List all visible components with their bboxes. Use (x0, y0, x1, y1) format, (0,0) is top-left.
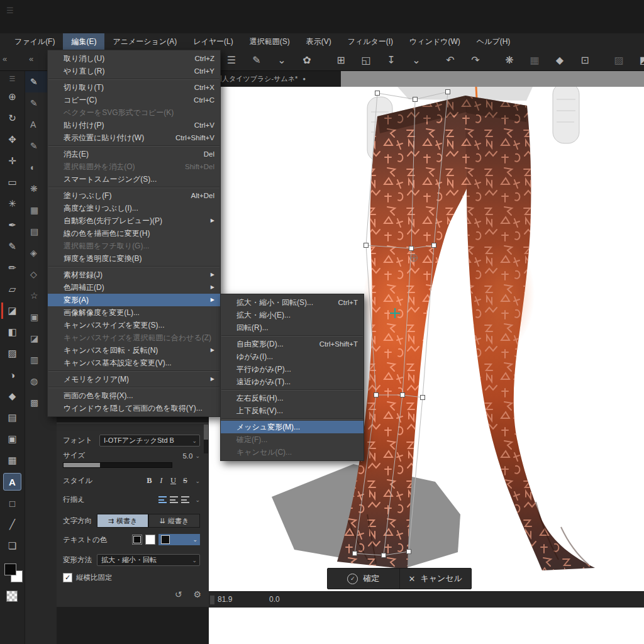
app-menu-icon[interactable]: ☰ (6, 6, 14, 15)
menu-item[interactable]: 塗りつぶし(F)Alt+Del (48, 189, 220, 202)
transform-angle-value[interactable]: 0.0 (269, 595, 280, 604)
blend-tool[interactable]: ◑ (0, 364, 25, 386)
fill-tool[interactable]: ◆ (0, 386, 25, 407)
selection-off-icon[interactable]: ▨ (606, 54, 631, 66)
redo-icon[interactable]: ↷ (463, 54, 488, 66)
open-file-icon[interactable]: ◱ (353, 54, 379, 66)
airbrush-tool[interactable]: ◪ (0, 300, 25, 321)
menubar-item[interactable]: ウィンドウ(W) (401, 33, 469, 50)
vertical-text-button[interactable]: ⇊ 縦書き (148, 514, 200, 528)
main-menu-icon[interactable]: ☰ (219, 54, 244, 66)
reset-defaults-icon[interactable]: ↺ (175, 589, 182, 599)
decoration-icon[interactable]: ✿ (294, 54, 319, 66)
selection-tool[interactable]: ▭ (0, 172, 25, 193)
horizontal-text-button[interactable]: ⇉ 横書き (97, 514, 148, 528)
brush-tool[interactable]: ▱ (0, 279, 25, 300)
transform-scale-value[interactable]: 81.9 (218, 595, 232, 604)
menubar-item[interactable]: ヘルプ(H) (469, 33, 519, 50)
pen-tool[interactable]: ✎ (0, 236, 25, 257)
menu-item[interactable]: 変形(A)▶ (48, 294, 220, 306)
eraser-tool[interactable]: ▨ (0, 343, 25, 364)
menu-item[interactable]: 左右反転(H)... (221, 392, 364, 404)
align-center-button[interactable] (170, 496, 178, 503)
shape-tool[interactable]: □ (0, 492, 25, 514)
size-slider[interactable] (63, 462, 172, 468)
chevron-down-icon[interactable]: ⌄ (404, 54, 429, 66)
menu-item[interactable]: 素材登録(J)▶ (48, 269, 220, 281)
align-left-button[interactable] (158, 496, 167, 503)
menubar-item[interactable]: 表示(V) (298, 33, 340, 50)
balloon-tool[interactable]: ❏ (0, 535, 25, 557)
zoom-tool[interactable]: ⊕ (0, 86, 25, 108)
auto-select-tool[interactable]: ✳ (0, 193, 25, 214)
menu-item[interactable]: メモリをクリア(M)▶ (48, 373, 220, 386)
fill-icon[interactable]: ◆ (547, 54, 572, 66)
menu-item[interactable]: 遠近ゆがみ(T)... (221, 375, 364, 388)
menu-item[interactable]: 回転(R)... (221, 321, 364, 334)
frame-border-tool[interactable]: ▦ (0, 450, 25, 471)
decoration-tool[interactable]: ◧ (0, 321, 25, 343)
pencil-tool[interactable]: ✏ (0, 257, 25, 279)
grid-icon[interactable]: ▦ (522, 54, 547, 66)
chevron-down-icon[interactable]: ⌄ (195, 453, 200, 459)
hand-tool[interactable]: ✥ (0, 129, 25, 150)
menu-item[interactable]: キャンバスサイズを変更(S)... (48, 319, 220, 331)
gradient-tool[interactable]: ▤ (0, 407, 25, 428)
underline-button[interactable]: U (169, 476, 177, 486)
menubar-item[interactable]: アニメーション(A) (104, 33, 185, 50)
chevron-down-icon[interactable]: ⌄ (195, 478, 200, 484)
menu-item[interactable]: 上下反転(V)... (221, 404, 364, 417)
gradient-icon[interactable]: ◩ (631, 54, 644, 66)
tool-palette-menu-icon[interactable]: ☰ (0, 71, 25, 86)
align-right-button[interactable] (181, 496, 189, 503)
bar-drag-handle[interactable] (210, 596, 214, 604)
menubar-item[interactable]: ファイル(F) (6, 33, 63, 50)
menu-item[interactable]: 線の色を描画色に変更(H) (48, 227, 220, 240)
line-correct-tool[interactable]: ╱ (0, 514, 25, 535)
new-canvas-icon[interactable]: ⊞ (328, 54, 353, 66)
aspect-ratio-checkbox[interactable]: ✓ (63, 573, 72, 582)
text-color-main-button[interactable]: ⌄ (158, 534, 200, 545)
menu-item[interactable]: コピー(C)Ctrl+C (48, 94, 220, 106)
menu-item[interactable]: 高度な塗りつぶし(I)... (48, 202, 220, 214)
menu-item[interactable]: 色調補正(D)▶ (48, 281, 220, 294)
collapse-panel-icon[interactable]: « (29, 54, 33, 64)
cancel-button[interactable]: ✕ キャンセル (399, 569, 472, 589)
menu-item[interactable]: スマートスムージング(S)... (48, 173, 220, 186)
menu-item[interactable]: キャンバス基本設定を変更(V)... (48, 357, 220, 369)
menu-item[interactable]: ウインドウを隠して画面の色を取得(Y)... (48, 402, 220, 414)
strikethrough-button[interactable]: S (180, 476, 189, 486)
confirm-button[interactable]: ✓ 確定 (328, 569, 399, 589)
italic-button[interactable]: I (157, 476, 165, 486)
text-tool[interactable]: A (0, 471, 25, 492)
menu-item[interactable]: 画像解像度を変更(L)... (48, 306, 220, 319)
menu-item[interactable]: 切り取り(T)Ctrl+X (48, 81, 220, 94)
menu-item[interactable]: 画面の色を取得(X)... (48, 389, 220, 402)
menu-item[interactable]: 拡大・縮小(E)... (221, 309, 364, 321)
menubar-item[interactable]: 選択範囲(S) (242, 33, 298, 50)
menu-item[interactable]: キャンバスを回転・反転(N)▶ (48, 344, 220, 357)
menu-item[interactable]: 消去(E)Del (48, 148, 220, 160)
save-icon[interactable]: ↧ (379, 54, 404, 66)
menu-item[interactable]: 取り消し(U)Ctrl+Z (48, 52, 220, 65)
collapse-panel-icon[interactable]: « (3, 54, 7, 64)
text-color-black-swatch[interactable] (132, 535, 142, 545)
menu-item[interactable]: 輝度を透明度に変換(B) (48, 252, 220, 265)
eyedropper-tool[interactable]: ✒ (0, 214, 25, 236)
move-tool[interactable]: ✛ (0, 150, 25, 172)
panel-scrollbar[interactable] (204, 425, 208, 453)
figure-tool[interactable]: ▣ (0, 428, 25, 450)
menu-item[interactable]: 自動彩色(先行プレビュー)(P)▶ (48, 214, 220, 227)
document-tab[interactable]: 同人タイツブラシ-サムネ* ● (209, 71, 341, 87)
menu-item[interactable]: 自由変形(D)...Ctrl+Shift+T (221, 338, 364, 350)
menu-item[interactable]: 拡大・縮小・回転(S)...Ctrl+T (221, 296, 364, 309)
menu-item[interactable]: メッシュ変形(M)... (221, 421, 364, 433)
menu-item[interactable]: ゆがみ(I)... (221, 350, 364, 363)
settings-wrench-icon[interactable]: ⚙ (193, 589, 201, 599)
menubar-item[interactable]: フィルター(I) (340, 33, 401, 50)
menu-item[interactable]: 表示位置に貼り付け(W)Ctrl+Shift+V (48, 131, 220, 144)
chevron-down-icon[interactable]: ⌄ (269, 54, 294, 66)
bold-button[interactable]: B (145, 476, 153, 486)
sync-icon[interactable]: ❋ (497, 54, 522, 66)
pen-tool-icon[interactable]: ✎ (244, 54, 269, 66)
